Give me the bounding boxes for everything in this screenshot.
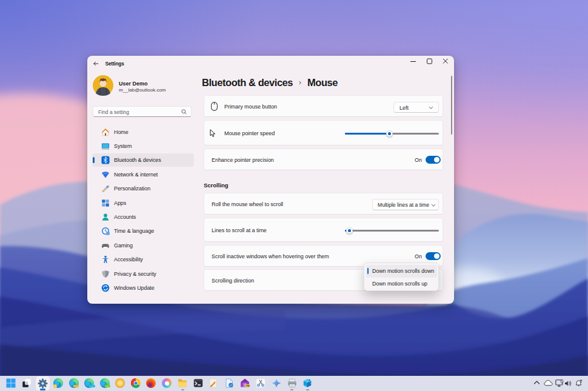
svg-text:PRE: PRE <box>246 385 250 387</box>
